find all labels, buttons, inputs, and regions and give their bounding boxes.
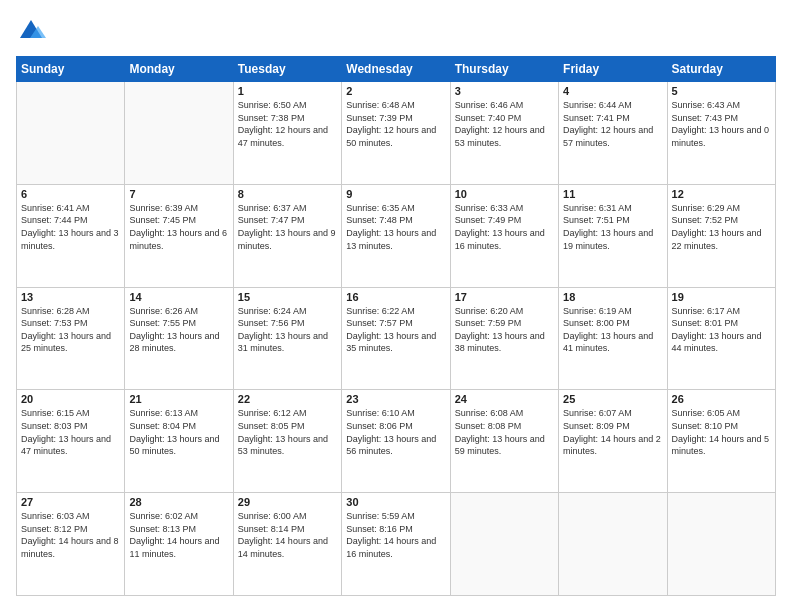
day-info: Sunrise: 6:13 AMSunset: 8:04 PMDaylight:… (129, 407, 228, 457)
week-row-4: 20Sunrise: 6:15 AMSunset: 8:03 PMDayligh… (17, 390, 776, 493)
weekday-header-row: SundayMondayTuesdayWednesdayThursdayFrid… (17, 57, 776, 82)
day-info: Sunrise: 6:41 AMSunset: 7:44 PMDaylight:… (21, 202, 120, 252)
logo (16, 16, 50, 46)
weekday-header-sunday: Sunday (17, 57, 125, 82)
day-info: Sunrise: 6:35 AMSunset: 7:48 PMDaylight:… (346, 202, 445, 252)
calendar-cell: 14Sunrise: 6:26 AMSunset: 7:55 PMDayligh… (125, 287, 233, 390)
logo-icon (16, 16, 46, 46)
day-info: Sunrise: 6:39 AMSunset: 7:45 PMDaylight:… (129, 202, 228, 252)
day-number: 16 (346, 291, 445, 303)
day-number: 30 (346, 496, 445, 508)
weekday-header-thursday: Thursday (450, 57, 558, 82)
calendar-cell (125, 82, 233, 185)
page: SundayMondayTuesdayWednesdayThursdayFrid… (0, 0, 792, 612)
week-row-3: 13Sunrise: 6:28 AMSunset: 7:53 PMDayligh… (17, 287, 776, 390)
day-number: 26 (672, 393, 771, 405)
day-number: 8 (238, 188, 337, 200)
day-number: 3 (455, 85, 554, 97)
calendar-cell: 13Sunrise: 6:28 AMSunset: 7:53 PMDayligh… (17, 287, 125, 390)
day-number: 25 (563, 393, 662, 405)
calendar-cell: 30Sunrise: 5:59 AMSunset: 8:16 PMDayligh… (342, 493, 450, 596)
calendar-cell: 11Sunrise: 6:31 AMSunset: 7:51 PMDayligh… (559, 184, 667, 287)
header (16, 16, 776, 46)
calendar-cell: 16Sunrise: 6:22 AMSunset: 7:57 PMDayligh… (342, 287, 450, 390)
calendar-cell: 1Sunrise: 6:50 AMSunset: 7:38 PMDaylight… (233, 82, 341, 185)
day-info: Sunrise: 6:46 AMSunset: 7:40 PMDaylight:… (455, 99, 554, 149)
calendar-cell: 29Sunrise: 6:00 AMSunset: 8:14 PMDayligh… (233, 493, 341, 596)
calendar-cell: 25Sunrise: 6:07 AMSunset: 8:09 PMDayligh… (559, 390, 667, 493)
day-info: Sunrise: 6:33 AMSunset: 7:49 PMDaylight:… (455, 202, 554, 252)
day-number: 23 (346, 393, 445, 405)
calendar-cell: 19Sunrise: 6:17 AMSunset: 8:01 PMDayligh… (667, 287, 775, 390)
calendar-cell: 23Sunrise: 6:10 AMSunset: 8:06 PMDayligh… (342, 390, 450, 493)
calendar-cell: 3Sunrise: 6:46 AMSunset: 7:40 PMDaylight… (450, 82, 558, 185)
day-number: 13 (21, 291, 120, 303)
day-number: 11 (563, 188, 662, 200)
day-number: 21 (129, 393, 228, 405)
day-info: Sunrise: 6:05 AMSunset: 8:10 PMDaylight:… (672, 407, 771, 457)
week-row-5: 27Sunrise: 6:03 AMSunset: 8:12 PMDayligh… (17, 493, 776, 596)
day-info: Sunrise: 6:03 AMSunset: 8:12 PMDaylight:… (21, 510, 120, 560)
calendar-cell: 24Sunrise: 6:08 AMSunset: 8:08 PMDayligh… (450, 390, 558, 493)
day-info: Sunrise: 6:29 AMSunset: 7:52 PMDaylight:… (672, 202, 771, 252)
day-info: Sunrise: 5:59 AMSunset: 8:16 PMDaylight:… (346, 510, 445, 560)
calendar-cell: 26Sunrise: 6:05 AMSunset: 8:10 PMDayligh… (667, 390, 775, 493)
day-number: 24 (455, 393, 554, 405)
day-info: Sunrise: 6:50 AMSunset: 7:38 PMDaylight:… (238, 99, 337, 149)
day-number: 28 (129, 496, 228, 508)
day-info: Sunrise: 6:44 AMSunset: 7:41 PMDaylight:… (563, 99, 662, 149)
day-info: Sunrise: 6:10 AMSunset: 8:06 PMDaylight:… (346, 407, 445, 457)
calendar-cell (667, 493, 775, 596)
calendar-cell: 5Sunrise: 6:43 AMSunset: 7:43 PMDaylight… (667, 82, 775, 185)
calendar-cell: 7Sunrise: 6:39 AMSunset: 7:45 PMDaylight… (125, 184, 233, 287)
day-info: Sunrise: 6:22 AMSunset: 7:57 PMDaylight:… (346, 305, 445, 355)
day-info: Sunrise: 6:26 AMSunset: 7:55 PMDaylight:… (129, 305, 228, 355)
day-info: Sunrise: 6:31 AMSunset: 7:51 PMDaylight:… (563, 202, 662, 252)
calendar-cell: 21Sunrise: 6:13 AMSunset: 8:04 PMDayligh… (125, 390, 233, 493)
calendar-cell: 22Sunrise: 6:12 AMSunset: 8:05 PMDayligh… (233, 390, 341, 493)
day-info: Sunrise: 6:07 AMSunset: 8:09 PMDaylight:… (563, 407, 662, 457)
day-info: Sunrise: 6:28 AMSunset: 7:53 PMDaylight:… (21, 305, 120, 355)
day-info: Sunrise: 6:19 AMSunset: 8:00 PMDaylight:… (563, 305, 662, 355)
day-number: 15 (238, 291, 337, 303)
weekday-header-saturday: Saturday (667, 57, 775, 82)
day-info: Sunrise: 6:17 AMSunset: 8:01 PMDaylight:… (672, 305, 771, 355)
day-number: 17 (455, 291, 554, 303)
day-info: Sunrise: 6:00 AMSunset: 8:14 PMDaylight:… (238, 510, 337, 560)
weekday-header-tuesday: Tuesday (233, 57, 341, 82)
calendar-cell: 10Sunrise: 6:33 AMSunset: 7:49 PMDayligh… (450, 184, 558, 287)
day-number: 6 (21, 188, 120, 200)
calendar-table: SundayMondayTuesdayWednesdayThursdayFrid… (16, 56, 776, 596)
calendar-cell: 8Sunrise: 6:37 AMSunset: 7:47 PMDaylight… (233, 184, 341, 287)
calendar-cell: 15Sunrise: 6:24 AMSunset: 7:56 PMDayligh… (233, 287, 341, 390)
calendar-cell (450, 493, 558, 596)
day-number: 9 (346, 188, 445, 200)
calendar-cell: 9Sunrise: 6:35 AMSunset: 7:48 PMDaylight… (342, 184, 450, 287)
calendar-cell: 12Sunrise: 6:29 AMSunset: 7:52 PMDayligh… (667, 184, 775, 287)
day-number: 10 (455, 188, 554, 200)
day-info: Sunrise: 6:02 AMSunset: 8:13 PMDaylight:… (129, 510, 228, 560)
calendar-cell: 20Sunrise: 6:15 AMSunset: 8:03 PMDayligh… (17, 390, 125, 493)
day-number: 29 (238, 496, 337, 508)
day-info: Sunrise: 6:12 AMSunset: 8:05 PMDaylight:… (238, 407, 337, 457)
week-row-2: 6Sunrise: 6:41 AMSunset: 7:44 PMDaylight… (17, 184, 776, 287)
calendar-cell: 2Sunrise: 6:48 AMSunset: 7:39 PMDaylight… (342, 82, 450, 185)
day-info: Sunrise: 6:37 AMSunset: 7:47 PMDaylight:… (238, 202, 337, 252)
weekday-header-wednesday: Wednesday (342, 57, 450, 82)
day-info: Sunrise: 6:43 AMSunset: 7:43 PMDaylight:… (672, 99, 771, 149)
day-number: 19 (672, 291, 771, 303)
weekday-header-friday: Friday (559, 57, 667, 82)
day-number: 18 (563, 291, 662, 303)
day-info: Sunrise: 6:48 AMSunset: 7:39 PMDaylight:… (346, 99, 445, 149)
day-number: 20 (21, 393, 120, 405)
calendar-cell (17, 82, 125, 185)
day-number: 27 (21, 496, 120, 508)
calendar-cell: 28Sunrise: 6:02 AMSunset: 8:13 PMDayligh… (125, 493, 233, 596)
calendar-cell (559, 493, 667, 596)
week-row-1: 1Sunrise: 6:50 AMSunset: 7:38 PMDaylight… (17, 82, 776, 185)
day-info: Sunrise: 6:20 AMSunset: 7:59 PMDaylight:… (455, 305, 554, 355)
day-number: 5 (672, 85, 771, 97)
day-info: Sunrise: 6:24 AMSunset: 7:56 PMDaylight:… (238, 305, 337, 355)
day-number: 7 (129, 188, 228, 200)
day-number: 1 (238, 85, 337, 97)
